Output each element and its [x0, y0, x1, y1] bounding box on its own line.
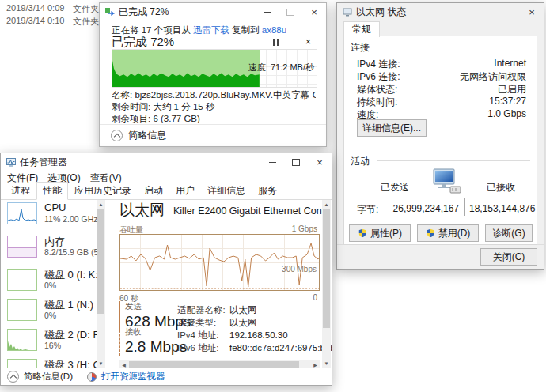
sidebar-item-disk-3[interactable]: 磁盘 3 (H: C: E: 4%: [6, 358, 96, 368]
copy-dialog-title: 已完成 72%: [119, 6, 169, 19]
tab-processes[interactable]: 进程: [5, 182, 36, 200]
task-manager-window: 任务管理器 × 文件(F) 选项(O) 查看(V) 进程 性能 应用历史记录 启…: [0, 153, 332, 386]
speed-history-area: [112, 50, 260, 87]
properties-button[interactable]: 属性(P): [349, 224, 411, 242]
cpu-mini-graph: [7, 202, 37, 224]
maximize-icon[interactable]: [279, 3, 302, 21]
copy-files-icon: [105, 7, 115, 17]
ipv4-connectivity-label: IPv4 连接:: [357, 58, 400, 71]
ethernet-performance-panel: 以太网 Killer E2400 Gigabit Ethernet Contr.…: [112, 200, 332, 368]
task-manager-icon: [6, 158, 16, 167]
scroll-up-icon[interactable]: ▲: [322, 200, 331, 209]
disk0-mini-graph: [7, 269, 37, 291]
tab-users[interactable]: 用户: [169, 182, 201, 200]
chevron-up-circle-icon: [7, 371, 19, 383]
group-divider: [377, 160, 530, 161]
close-dialog-button[interactable]: 关闭(C): [480, 248, 537, 266]
minimize-icon[interactable]: [260, 153, 284, 171]
scroll-left-icon[interactable]: ◀: [119, 360, 128, 368]
sent-label: 已发送: [381, 181, 409, 194]
copy-details: 名称: bjzs2bjss.2018.720p.BluRay.MKV.中英字幕-…: [112, 89, 316, 125]
scroll-down-icon[interactable]: ▼: [97, 359, 105, 368]
tab-startup[interactable]: 启动: [138, 182, 169, 200]
file-row-type[interactable]: 文件夹: [73, 16, 99, 28]
network-icon: [343, 8, 352, 17]
vertical-scrollbar[interactable]: ▲ ▼: [322, 200, 331, 368]
cancel-icon: ×: [305, 36, 311, 47]
source-folder-link[interactable]: 迅雷下载: [193, 25, 229, 35]
destination-link[interactable]: ax88u: [262, 25, 286, 35]
sidebar-item-cpu[interactable]: CPU 11% 2.00 GHz: [6, 202, 96, 230]
tab-details[interactable]: 详细信息: [201, 182, 252, 200]
ipv4-address-label: IPv4 地址:: [177, 330, 229, 341]
chevron-up-circle-icon: [111, 130, 123, 141]
performance-tab-body: CPU 11% 2.00 GHz 内存 8.2/15.9 GB (52%) 磁盘…: [1, 200, 332, 368]
tab-app-history[interactable]: 应用历史记录: [68, 182, 138, 200]
minimize-icon[interactable]: [255, 3, 279, 21]
progress-text: 正在将 17 个项目从: [112, 25, 193, 35]
scroll-up-icon[interactable]: ▲: [97, 200, 105, 209]
tab-general[interactable]: 常规: [343, 21, 380, 37]
disk0-detail: 0%: [44, 281, 98, 290]
duration-label: 持续时间:: [357, 96, 397, 109]
bytes-label: 字节:: [357, 203, 378, 217]
received-label: 已接收: [487, 181, 515, 194]
close-icon[interactable]: ×: [308, 153, 332, 171]
pause-button[interactable]: [273, 39, 284, 47]
media-state-value: 已启用: [498, 83, 526, 96]
disable-button[interactable]: 禁用(D): [417, 224, 479, 242]
received-connector-line: [469, 187, 480, 187]
sent-connector-line: [417, 187, 428, 187]
file-row-date[interactable]: 2019/3/14 0:09: [6, 3, 64, 13]
ethernet-dialog-titlebar[interactable]: 以太网 状态: [337, 3, 544, 21]
task-manager-statusbar: 简略信息(D) 打开资源监视器: [1, 368, 332, 385]
fewer-details-toggle[interactable]: 简略信息: [100, 124, 326, 146]
speed-readout: 速度: 71.2 MB/秒: [248, 62, 314, 74]
disk3-mini-graph: [7, 359, 37, 368]
copy-speed-graph: 速度: 71.2 MB/秒: [112, 49, 317, 88]
details-button[interactable]: 详细信息(E)...: [357, 119, 427, 137]
diagnose-button[interactable]: 诊断(G): [485, 224, 533, 242]
ipv6-address-label: IPv6 地址:: [177, 342, 229, 354]
scroll-right-icon[interactable]: ▶: [311, 360, 320, 368]
sidebar-item-disk-1[interactable]: 磁盘 1 (N:) 0%: [6, 298, 96, 326]
duration-value: 15:37:27: [489, 96, 526, 107]
task-manager-title: 任务管理器: [20, 156, 67, 169]
media-state-label: 媒体状态:: [357, 83, 397, 96]
scrollbar-thumb[interactable]: [129, 361, 299, 368]
fewer-details-toggle[interactable]: 简略信息(D): [24, 371, 73, 383]
connection-group-label: 连接: [351, 41, 373, 55]
scrollbar-thumb[interactable]: [97, 209, 104, 314]
close-icon[interactable]: ×: [520, 3, 544, 21]
file-row-type[interactable]: 文件夹: [73, 3, 99, 15]
file-row-date[interactable]: 2019/3/14 0:10: [6, 16, 64, 25]
ethernet-dialog-title: 以太网 状态: [356, 6, 406, 19]
cancel-copy-button[interactable]: ×: [305, 36, 311, 47]
desktop: 2019/3/14 0:09 文件夹 2019/3/14 0:10 文件夹 已完…: [0, 0, 546, 392]
sidebar-item-memory[interactable]: 内存 8.2/15.9 GB (52%): [6, 235, 96, 263]
open-resource-monitor-link[interactable]: 打开资源监视器: [101, 371, 165, 383]
pause-icon: [273, 39, 279, 46]
ipv6-connectivity-label: IPv6 连接:: [357, 70, 400, 84]
maximize-icon[interactable]: [284, 153, 308, 171]
dialog-footer: 关闭(C): [337, 244, 544, 269]
bytes-received-value: 18,153,144,876: [469, 203, 534, 214]
tab-performance[interactable]: 性能: [36, 182, 68, 200]
throughput-graph: 300 Mbps: [119, 234, 320, 291]
disk1-detail: 0%: [44, 311, 98, 320]
bytes-sent-value: 26,999,234,167: [388, 203, 459, 214]
connection-type-value: 以太网: [229, 318, 257, 327]
horizontal-scrollbar[interactable]: ◀ ▶: [119, 360, 320, 368]
scrollbar-thumb[interactable]: [323, 209, 330, 328]
ipv4-address-value: 192.168.50.30: [229, 330, 288, 340]
disk3-label: 磁盘 3 (H: C: E:: [44, 358, 98, 368]
close-icon[interactable]: ×: [302, 3, 326, 21]
sidebar-item-disk-2[interactable]: 磁盘 2 (D: F: G: 16%: [6, 328, 96, 356]
ipv4-connectivity-value: Internet: [494, 58, 526, 69]
tab-services[interactable]: 服务: [252, 182, 283, 200]
scroll-down-icon[interactable]: ▼: [322, 359, 331, 368]
sidebar-scrollbar[interactable]: ▲ ▼: [97, 200, 105, 368]
sidebar-item-disk-0[interactable]: 磁盘 0 (I: K: L: M 0%: [6, 268, 96, 296]
graph-x-right-label: 0: [313, 293, 317, 302]
ipv6-connectivity-value: 无网络访问权限: [460, 70, 526, 84]
